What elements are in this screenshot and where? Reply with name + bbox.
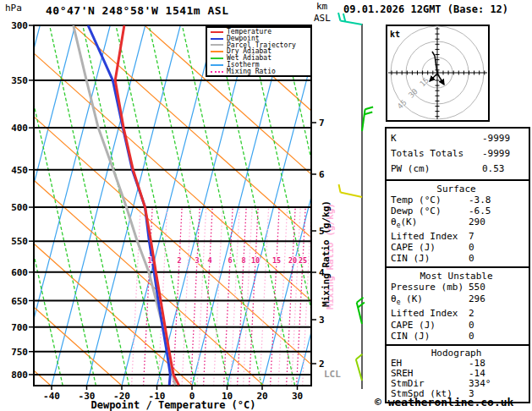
table-section-header: Surface — [391, 184, 529, 195]
copyright-link[interactable]: © weatheronline.co.uk — [375, 396, 513, 408]
pressure-tick-label: 650 — [11, 296, 28, 307]
pressure-tick-label: 400 — [11, 123, 28, 134]
pressure-tick-label: 800 — [11, 370, 28, 381]
table-section-hodograph: HodographEH-18SREH-14StmDir334°StmSpd (k… — [387, 346, 529, 402]
table-row: Lifted Index7 — [391, 231, 529, 242]
mixing-ratio-value: 2 — [177, 256, 181, 265]
table-row: θe(K)290 — [391, 216, 529, 231]
table-row-value: -6.5 — [469, 206, 491, 216]
table-row-value: -3.8 — [469, 195, 491, 206]
mixing-ratio-value: 8 — [241, 256, 245, 265]
mixing-axis-label: Mixing Ratio (g/kg) — [321, 200, 332, 307]
wind-barb-column — [338, 13, 373, 389]
table-row: CAPE (J)0 — [391, 242, 529, 253]
table-row-label: θe(K) — [391, 216, 417, 227]
table-row-label: CAPE (J) — [391, 320, 436, 331]
mixing-ratio-line — [287, 206, 296, 386]
mixing-ratio-value: 10 — [251, 256, 260, 265]
table-row: K-9999 — [391, 131, 529, 146]
pressure-tick-label: 550 — [11, 236, 28, 247]
legend-item: Mixing Ratio — [207, 68, 310, 75]
temp-tick-label: -40 — [43, 391, 60, 402]
altitude-asl-label: ASL — [314, 13, 331, 24]
hodograph-unit-label: kt — [390, 30, 400, 39]
mixing-ratio-line — [292, 206, 301, 386]
table-row-label: CIN (J) — [391, 331, 430, 342]
mixing-ratio-value: 4 — [207, 256, 211, 265]
table-row-value: 0.53 — [482, 162, 505, 177]
table-row: Lifted Index2 — [391, 308, 529, 319]
table-row: CAPE (J)0 — [391, 320, 529, 331]
legend-swatch-isotherm — [211, 64, 223, 66]
mixing-ratio-line — [132, 206, 141, 386]
wind-barb — [362, 107, 373, 131]
table-section-header: Most Unstable — [391, 271, 529, 282]
mixing-ratio-value: 20 — [288, 256, 297, 265]
table-row: Pressure (mb)550 — [391, 282, 529, 293]
skewt-sounding-page: 300350400450500550600650700750800-40-30-… — [0, 0, 532, 411]
pressure-tick-label: 500 — [11, 202, 28, 213]
lcl-label: LCL — [324, 369, 341, 380]
mixing-ratio-value: 6 — [228, 256, 232, 265]
legend-swatch-wet-adiabat — [211, 58, 223, 59]
legend-swatch-parcel-trajectory — [211, 44, 223, 46]
table-row-value: 0 — [469, 242, 474, 253]
mixing-ratio-line — [271, 206, 280, 386]
table-row-value: 2 — [469, 308, 474, 319]
parcel-trajectory-curve — [74, 25, 176, 385]
wind-barb-shaft — [340, 20, 362, 25]
hodograph: 153045kt — [387, 25, 489, 121]
wind-barb-tick — [365, 112, 372, 114]
table-row-label: PW (cm) — [391, 163, 430, 174]
indices-table: K-9999Totals Totals-9999PW (cm)0.53Surfa… — [385, 127, 530, 403]
pressure-tick-label: 700 — [11, 322, 28, 333]
pressure-tick-label: 750 — [11, 347, 28, 358]
table-section-most-unstable: Most UnstablePressure (mb)550θe (K)296Li… — [387, 268, 529, 346]
pressure-tick-label: 600 — [11, 267, 28, 278]
table-row-value: 296 — [469, 293, 485, 304]
table-row-label: Lifted Index — [391, 308, 458, 319]
pressure-unit-label: hPa — [5, 3, 22, 14]
station-title: 40°47'N 248°58'W 1541m ASL — [46, 4, 229, 17]
table-row-label: Totals Totals — [391, 148, 463, 159]
isotherm-line — [0, 25, 5, 386]
table-row: CIN (J)0 — [391, 253, 529, 264]
table-row: θe (K)296 — [391, 293, 529, 308]
table-row-label: Lifted Index — [391, 231, 458, 242]
legend-swatch-dry-adiabat — [211, 51, 223, 52]
legend-swatch-mixing-ratio — [211, 71, 223, 73]
table-row-value: -9999 — [482, 131, 510, 146]
mixing-ratio-value: 25 — [299, 256, 307, 265]
table-row-value: 550 — [469, 282, 485, 293]
temp-tick-label: 30 — [292, 391, 303, 402]
table-section-header: Hodograph — [391, 348, 529, 359]
table-row-label: K — [391, 133, 397, 144]
legend-swatch-temperature — [211, 31, 223, 33]
table-row-value: -9999 — [482, 146, 510, 162]
temp-axis-title: Dewpoint / Temperature (°C) — [90, 399, 255, 411]
pressure-tick-label: 300 — [11, 20, 28, 31]
wind-barb-shaft — [341, 193, 362, 197]
wind-barb-tick — [339, 184, 341, 193]
wind-barb — [339, 184, 362, 197]
table-row-label: Pressure (mb) — [391, 282, 463, 293]
wind-barb-tick — [365, 107, 373, 110]
temp-tick-label: 20 — [256, 391, 267, 402]
table-row-value: 7 — [469, 231, 474, 242]
table-row-value: 0 — [469, 253, 474, 264]
table-row: CIN (J)0 — [391, 331, 529, 342]
pressure-tick-label: 450 — [11, 165, 28, 176]
table-row-label: CAPE (J) — [391, 242, 436, 253]
table-row-value: 0 — [469, 320, 474, 331]
wind-barb-shaft — [356, 359, 362, 381]
table-row-label: Temp (°C) — [391, 195, 442, 206]
legend-swatch-dewpoint — [211, 38, 223, 40]
wind-barb-tick — [338, 13, 340, 21]
km-tick-label: 3 — [319, 315, 325, 326]
table-section: K-9999Totals Totals-9999PW (cm)0.53 — [387, 129, 529, 181]
km-tick-label: 7 — [319, 118, 325, 129]
table-row-label: Dewp (°C) — [391, 206, 442, 216]
table-row: PW (cm)0.53 — [391, 162, 529, 177]
temp-axis: -40-30-20-100102030Dewpoint / Temperatur… — [43, 386, 303, 411]
legend-label: Mixing Ratio — [227, 68, 276, 75]
